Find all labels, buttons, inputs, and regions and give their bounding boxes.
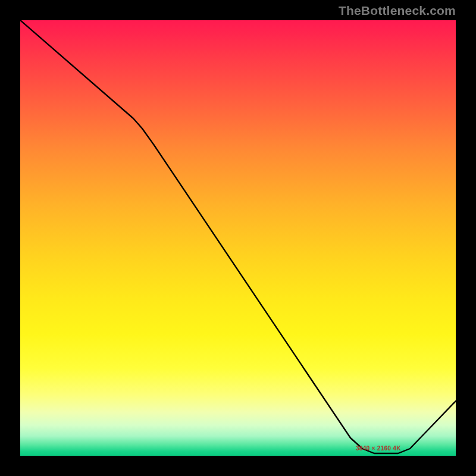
bottleneck-curve	[20, 20, 456, 456]
chart-frame: TheBottleneck.com 3840 × 2160 4K	[0, 0, 476, 476]
watermark-text: TheBottleneck.com	[339, 4, 456, 18]
plot-area: 3840 × 2160 4K	[20, 20, 456, 456]
resolution-label: 3840 × 2160 4K	[356, 445, 401, 452]
